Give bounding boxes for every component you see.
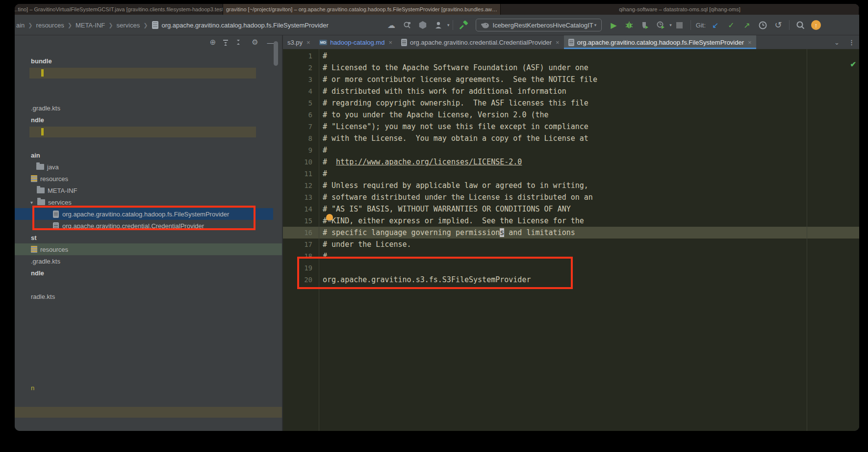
chevron-down-icon[interactable]: ⌄ [834, 39, 840, 46]
editor-line[interactable]: 12# Unless required by applicable law or… [283, 180, 859, 191]
license-url-link[interactable]: http://www.apache.org/licenses/LICENSE-2… [336, 158, 522, 166]
editor-line[interactable]: 4# distributed with this work for additi… [283, 85, 859, 97]
collapse-all-icon[interactable] [232, 39, 245, 46]
editor-tab-hadoop-catalog-md[interactable]: MD hadoop-catalog.md × [315, 35, 397, 49]
run-configuration-name: IcebergRestKerberosHiveCatalogIT [493, 22, 593, 29]
tree-row-label: .gradle.kts [31, 105, 60, 112]
editor-tab-credential-provider[interactable]: org.apache.gravitino.credential.Credenti… [397, 35, 564, 49]
folder-icon [37, 199, 45, 205]
editor-line[interactable]: 6# to you under the Apache License, Vers… [283, 109, 859, 121]
line-number: 14 [283, 203, 312, 215]
close-icon[interactable]: × [388, 39, 392, 46]
run-configuration-select[interactable]: IcebergRestKerberosHiveCatalogIT ▾ [476, 19, 602, 31]
editor-line[interactable]: 17# under the License. [283, 239, 859, 250]
rollback-icon[interactable]: ↺ [771, 18, 785, 32]
git-push-button[interactable]: ↗ [740, 18, 754, 32]
expand-all-icon[interactable] [219, 39, 232, 46]
line-text: # [323, 50, 327, 62]
line-number: 5 [283, 97, 312, 109]
annotation-box-provider-line [297, 257, 573, 289]
editor-line[interactable]: 7# "License"); you may not use this file… [283, 121, 859, 133]
editor-line[interactable]: 11# [283, 168, 859, 180]
titlebar: …tino] – GravitinoVirtualFileSystemGCSIT… [15, 4, 859, 15]
tree-row-highlight[interactable] [29, 127, 256, 137]
tree-row[interactable]: n [15, 382, 34, 394]
window-tab-gravitino[interactable]: gravitino [~/project/graviton] – org.apa… [223, 4, 501, 15]
search-everywhere-icon[interactable] [793, 18, 807, 32]
tree-row-label: resources [40, 175, 68, 183]
breadcrumb-meta-inf[interactable]: META-INF [76, 22, 105, 29]
tree-row-label: ndle [31, 116, 44, 124]
window-tab-gcs-it[interactable]: …tino] – GravitinoVirtualFileSystemGCSIT… [15, 4, 223, 15]
editor-tab-s3py[interactable]: s3.py × [283, 35, 315, 49]
search-everywhere-small-icon[interactable] [400, 18, 414, 32]
debug-button[interactable] [622, 18, 636, 32]
git-label: Git: [696, 22, 706, 29]
tree-row[interactable]: radle.kts [15, 291, 55, 302]
tree-row[interactable]: st [15, 232, 37, 243]
gear-icon[interactable]: ⚙ [249, 38, 261, 47]
chevron-down-icon[interactable]: ▾ [30, 200, 37, 205]
tree-row[interactable]: resources [15, 173, 68, 185]
editor-line[interactable]: 8# with the License. You may obtain a co… [283, 133, 859, 144]
run-button[interactable]: ▶ [607, 18, 620, 32]
tree-row[interactable]: java [15, 161, 59, 173]
tree-row[interactable]: .gradle.kts [15, 255, 60, 267]
editor-line[interactable]: 3# or more contributor license agreement… [283, 74, 859, 85]
run-with-coverage-button[interactable] [638, 18, 652, 32]
more-options-icon[interactable]: ⋮ [848, 39, 855, 46]
stop-button[interactable] [673, 18, 687, 32]
line-number: 16 [283, 227, 312, 239]
git-commit-button[interactable]: ✓ [724, 18, 738, 32]
close-icon[interactable]: × [556, 39, 560, 46]
tree-row[interactable]: ain [15, 149, 40, 161]
hexagon-icon[interactable] [416, 18, 430, 32]
tab-label: s3.py [287, 39, 303, 46]
breadcrumb-filename[interactable]: org.apache.gravitino.catalog.hadoop.fs.F… [161, 22, 328, 29]
history-clock-icon[interactable] [756, 18, 769, 32]
editor-line[interactable]: 13# software distributed under the Licen… [283, 191, 859, 203]
window-tab-qihang[interactable]: qihang-software – datastrato-oms.sql [qi… [501, 4, 859, 15]
editor-tab-filesystem-provider[interactable]: org.apache.gravitino.catalog.hadoop.fs.F… [564, 35, 756, 49]
editor-body[interactable]: 1#2# Licensed to the Apache Software Fou… [283, 49, 859, 431]
line-number: 2 [283, 62, 312, 74]
intention-lightbulb-icon[interactable] [326, 214, 333, 221]
editor-line[interactable]: 9# [283, 144, 859, 156]
cloud-icon[interactable]: ☁ [384, 18, 398, 32]
panel-scrollbar[interactable] [274, 41, 278, 66]
tree-row[interactable]: .gradle.kts [15, 102, 60, 114]
editor-line[interactable]: 5# regarding copyright ownership. The AS… [283, 97, 859, 109]
line-number: 15 [283, 215, 312, 227]
editor-line[interactable]: 15# KIND, either express or implied. See… [283, 215, 859, 227]
tree-row-highlight[interactable] [29, 68, 256, 79]
line-number: 9 [283, 144, 312, 156]
line-text: # [323, 144, 327, 156]
close-icon[interactable]: × [748, 39, 752, 46]
git-update-button[interactable]: ↙ [709, 18, 722, 32]
breadcrumb-resources[interactable]: resources [36, 22, 64, 29]
tree-row[interactable]: ndle [15, 114, 44, 126]
update-available-badge[interactable]: ↑ [809, 18, 823, 32]
breadcrumb-main[interactable]: ain [16, 22, 25, 29]
tree-row-highlight[interactable] [15, 407, 282, 418]
build-hammer-icon[interactable] [457, 18, 471, 32]
editor-line[interactable]: 1# [283, 50, 859, 62]
chevron-down-icon: ▾ [447, 23, 450, 27]
line-number: 17 [283, 239, 312, 250]
editor-line[interactable]: 2# Licensed to the Apache Software Found… [283, 62, 859, 74]
editor-line[interactable]: 14# "AS IS" BASIS, WITHOUT WARRANTIES OR… [283, 203, 859, 215]
tree-row[interactable]: META-INF [15, 185, 77, 196]
user-icon[interactable] [432, 18, 445, 32]
tree-row[interactable]: ndle [15, 267, 44, 279]
tree-row[interactable]: bundle [15, 55, 52, 67]
content-area: ⊕ ⚙ — bundle.gradle.ktsndleainjavaresour… [15, 35, 859, 431]
profiler-button[interactable] [654, 18, 667, 32]
inspections-ok-icon[interactable]: ✔ [850, 60, 856, 69]
tree-row[interactable]: resources [15, 243, 68, 255]
editor-line[interactable]: 16# specific language governing permissi… [283, 227, 859, 239]
breadcrumb-services[interactable]: services [117, 22, 140, 29]
tree-row-label: resources [40, 246, 68, 253]
close-icon[interactable]: × [306, 39, 310, 46]
locate-file-icon[interactable]: ⊕ [206, 38, 219, 47]
editor-line[interactable]: 10# http://www.apache.org/licenses/LICEN… [283, 156, 859, 168]
